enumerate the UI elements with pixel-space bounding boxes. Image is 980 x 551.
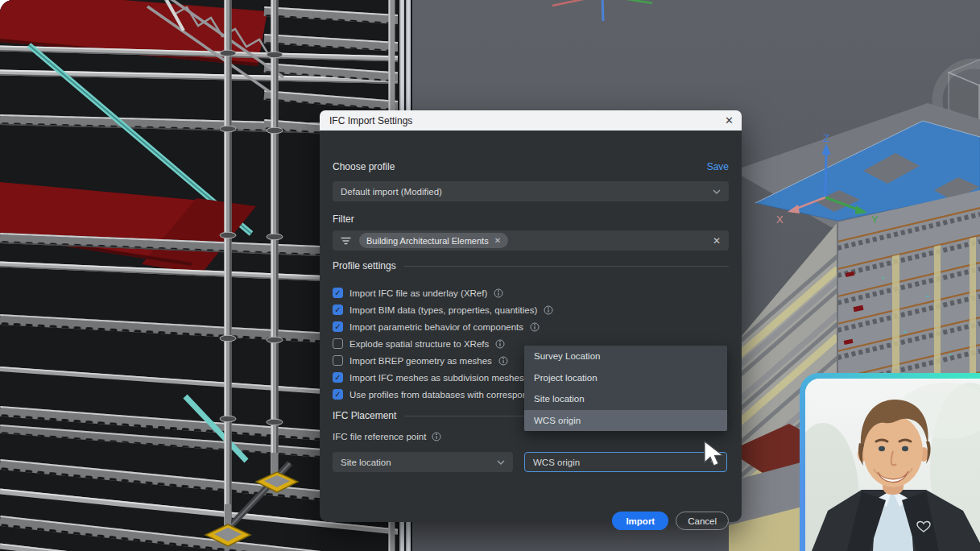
info-icon[interactable]	[432, 432, 441, 441]
checkbox-import-bim-data[interactable]: ✓ Import BIM data (types, properties, qu…	[333, 301, 729, 318]
dialog-titlebar[interactable]: IFC Import Settings ✕	[320, 110, 742, 130]
filter-clear-icon[interactable]: ✕	[713, 235, 721, 246]
info-icon[interactable]	[495, 339, 505, 349]
checkbox[interactable]: ✓	[333, 372, 343, 383]
placement-dropdown-list: Survey Location Project location Site lo…	[524, 346, 727, 431]
checkbox[interactable]: ✓	[333, 355, 343, 366]
filter-input[interactable]: Building Architectural Elements ✕ ✕	[333, 230, 729, 251]
checkbox-import-parametric-behavior[interactable]: ✓ Import parametric behavior of componen…	[333, 318, 729, 335]
save-profile-link[interactable]: Save	[707, 161, 729, 172]
dropdown-option-site-location[interactable]: Site location	[524, 388, 727, 410]
info-icon[interactable]	[544, 305, 553, 315]
filter-tag-label: Building Architectural Elements	[366, 236, 489, 246]
dropdown-option-wcs-origin[interactable]: WCS origin	[524, 410, 727, 432]
app-window: Z X Y IFC Import Settings ✕ Choose profi…	[0, 0, 980, 551]
axis-label-z: Z	[823, 132, 829, 144]
profile-select-value: Default import (Modified)	[341, 187, 442, 197]
reference-point-value: Site location	[341, 458, 391, 467]
dropdown-option-survey-location[interactable]: Survey Location	[524, 346, 727, 367]
checkbox-import-ifc-underlay[interactable]: ✓ Import IFC file as underlay (XRef)	[333, 284, 729, 301]
dialog-title: IFC Import Settings	[329, 115, 412, 126]
placement-select-value: WCS origin	[533, 458, 580, 467]
import-button[interactable]: Import	[612, 512, 668, 530]
placement-select[interactable]: WCS origin	[524, 452, 727, 472]
checkbox[interactable]: ✓	[333, 288, 343, 298]
reference-point-select[interactable]: Site location	[333, 452, 513, 472]
filter-icon	[341, 234, 351, 248]
mouse-cursor	[702, 441, 726, 468]
checkbox[interactable]: ✓	[333, 389, 343, 400]
axis-label-x: X	[776, 213, 784, 226]
check-icon: ✓	[334, 323, 341, 331]
filter-label: Filter	[333, 213, 354, 225]
info-icon[interactable]	[530, 322, 540, 332]
dropdown-option-project-location[interactable]: Project location	[524, 367, 727, 389]
check-icon: ✓	[334, 391, 341, 399]
check-icon: ✓	[334, 306, 341, 314]
checkbox[interactable]: ✓	[333, 304, 343, 315]
check-icon: ✓	[334, 289, 341, 297]
profile-settings-header: Profile settings	[333, 260, 396, 271]
cancel-button[interactable]: Cancel	[676, 512, 729, 530]
info-icon[interactable]	[498, 356, 508, 366]
choose-profile-label: Choose profile	[333, 161, 395, 172]
check-icon: ✓	[334, 374, 341, 382]
profile-select[interactable]: Default import (Modified)	[333, 181, 729, 201]
presenter-photo	[805, 379, 980, 551]
section-divider	[404, 266, 729, 267]
dialog-body: Choose profile Save Default import (Modi…	[320, 130, 742, 522]
ifc-placement-header: IFC Placement	[333, 410, 396, 421]
info-icon[interactable]	[494, 288, 503, 298]
checkbox[interactable]: ✓	[333, 321, 343, 332]
reference-point-label: IFC file reference point	[333, 432, 426, 441]
chevron-down-icon	[713, 189, 721, 194]
filter-tag[interactable]: Building Architectural Elements ✕	[359, 233, 508, 248]
tag-remove-icon[interactable]: ✕	[494, 236, 501, 245]
presenter-video-frame	[800, 373, 980, 551]
close-icon[interactable]: ✕	[725, 115, 734, 126]
chevron-down-icon	[497, 460, 505, 465]
checkbox[interactable]: ✓	[333, 338, 343, 349]
ifc-import-settings-dialog: IFC Import Settings ✕ Choose profile Sav…	[320, 110, 742, 522]
axis-label-y: Y	[871, 213, 879, 226]
